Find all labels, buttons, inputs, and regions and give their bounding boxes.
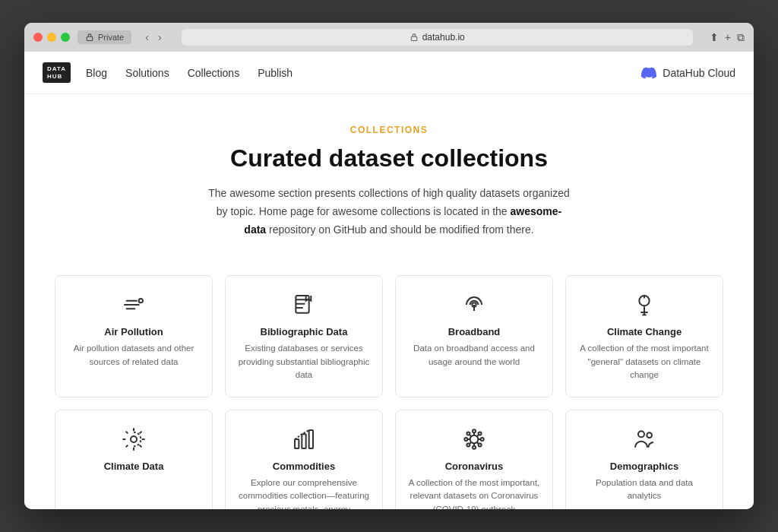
card-broadband[interactable]: Broadband Data on broadband access and u… bbox=[395, 275, 553, 397]
air-pollution-icon bbox=[122, 291, 146, 318]
card-climate-data-title: Climate Data bbox=[104, 461, 164, 472]
svg-point-12 bbox=[464, 438, 467, 441]
back-button[interactable]: ‹ bbox=[142, 30, 152, 45]
commodities-icon bbox=[292, 426, 316, 453]
lock-icon bbox=[410, 33, 419, 42]
svg-rect-7 bbox=[302, 434, 305, 448]
nav-collections[interactable]: Collections bbox=[188, 67, 239, 79]
browser-chrome: Private ‹ › datahub.io ⬆ + ⧉ bbox=[24, 23, 754, 52]
address-bar[interactable]: datahub.io bbox=[182, 29, 693, 46]
card-commodities-desc: Explore our comprehensive commodities co… bbox=[238, 477, 370, 509]
cards-section: Air Pollution Air pollution datasets and… bbox=[24, 263, 754, 509]
card-bibliographic[interactable]: Bibliographic Data Existing databases or… bbox=[225, 275, 383, 397]
nav-publish[interactable]: Publish bbox=[258, 67, 293, 79]
card-broadband-title: Broadband bbox=[448, 326, 501, 337]
bibliographic-icon bbox=[292, 291, 316, 318]
demographics-icon bbox=[632, 426, 656, 453]
card-demographics-desc: Population data and data analytics bbox=[578, 477, 710, 503]
svg-point-15 bbox=[479, 444, 482, 447]
card-climate-change[interactable]: Climate Change A collection of the most … bbox=[565, 275, 723, 397]
svg-rect-1 bbox=[411, 36, 417, 40]
card-air-pollution-desc: Air pollution datasets and other sources… bbox=[68, 342, 200, 369]
svg-line-25 bbox=[470, 442, 471, 444]
traffic-lights bbox=[33, 33, 70, 42]
card-climate-change-title: Climate Change bbox=[607, 326, 682, 337]
site-header: DATA HUB Blog Solutions Collections Publ… bbox=[24, 52, 754, 94]
hero-desc-text2: repository on GitHub and should be modif… bbox=[266, 223, 534, 236]
tab-label[interactable]: Private bbox=[77, 30, 131, 44]
browser-window: Private ‹ › datahub.io ⬆ + ⧉ bbox=[24, 23, 754, 509]
svg-point-13 bbox=[481, 438, 484, 441]
hero-section: COLLECTIONS Curated dataset collections … bbox=[24, 94, 754, 263]
svg-point-16 bbox=[479, 432, 482, 435]
svg-line-23 bbox=[477, 442, 479, 444]
card-climate-change-desc: A collection of the most important "gene… bbox=[578, 342, 710, 382]
svg-point-27 bbox=[647, 432, 652, 438]
card-broadband-desc: Data on broadband access and usage aroun… bbox=[408, 342, 540, 369]
svg-point-11 bbox=[473, 446, 476, 449]
cards-row-2: Climate Data Commodities Explore our com… bbox=[55, 410, 723, 509]
card-climate-data[interactable]: Climate Data bbox=[55, 410, 213, 509]
site-header-right: DataHub Cloud bbox=[641, 65, 735, 81]
svg-rect-6 bbox=[295, 439, 299, 448]
new-tab-icon[interactable]: + bbox=[725, 31, 731, 44]
site-nav: Blog Solutions Collections Publish bbox=[86, 67, 641, 79]
card-demographics[interactable]: Demographics Population data and data an… bbox=[565, 410, 723, 509]
close-button[interactable] bbox=[33, 33, 43, 42]
share-icon[interactable]: ⬆ bbox=[710, 31, 719, 44]
site-logo[interactable]: DATA HUB bbox=[43, 62, 71, 83]
cards-row-1: Air Pollution Air pollution datasets and… bbox=[55, 275, 723, 397]
minimize-button[interactable] bbox=[47, 33, 56, 42]
climate-data-icon bbox=[122, 426, 146, 453]
card-commodities[interactable]: Commodities Explore our comprehensive co… bbox=[225, 410, 383, 509]
card-commodities-title: Commodities bbox=[273, 461, 335, 472]
card-coronavirus-title: Coronavirus bbox=[445, 461, 504, 472]
svg-point-10 bbox=[473, 429, 476, 432]
broadband-icon bbox=[462, 291, 486, 318]
card-bibliographic-title: Bibliographic Data bbox=[261, 326, 348, 337]
svg-line-22 bbox=[470, 435, 471, 436]
card-coronavirus-desc: A collection of the most important, rele… bbox=[408, 477, 540, 509]
windows-icon[interactable]: ⧉ bbox=[737, 31, 745, 44]
maximize-button[interactable] bbox=[61, 33, 70, 42]
hero-description: The awesome section presents collections… bbox=[207, 185, 571, 239]
page-content: DATA HUB Blog Solutions Collections Publ… bbox=[24, 52, 754, 509]
svg-point-5 bbox=[131, 436, 137, 442]
svg-point-26 bbox=[638, 431, 644, 437]
browser-actions: ⬆ + ⧉ bbox=[710, 31, 745, 44]
svg-line-24 bbox=[477, 435, 479, 436]
svg-point-17 bbox=[466, 444, 470, 447]
discord-icon bbox=[641, 65, 656, 81]
lock-icon bbox=[85, 33, 94, 42]
svg-point-14 bbox=[466, 432, 470, 435]
nav-buttons: ‹ › bbox=[142, 30, 164, 45]
card-air-pollution-title: Air Pollution bbox=[104, 326, 163, 337]
hero-title: Curated dataset collections bbox=[85, 144, 693, 173]
nav-blog[interactable]: Blog bbox=[86, 67, 107, 79]
coronavirus-icon bbox=[462, 426, 486, 453]
card-coronavirus[interactable]: Coronavirus A collection of the most imp… bbox=[395, 410, 553, 509]
forward-button[interactable]: › bbox=[155, 30, 165, 45]
datahub-cloud-label[interactable]: DataHub Cloud bbox=[663, 67, 735, 79]
collections-eyebrow: COLLECTIONS bbox=[85, 125, 693, 135]
nav-solutions[interactable]: Solutions bbox=[125, 67, 169, 79]
card-air-pollution[interactable]: Air Pollution Air pollution datasets and… bbox=[55, 275, 213, 397]
svg-rect-0 bbox=[87, 36, 93, 40]
card-bibliographic-desc: Existing databases or services providing… bbox=[238, 342, 370, 382]
card-demographics-title: Demographics bbox=[610, 461, 678, 472]
climate-change-icon bbox=[632, 291, 656, 318]
svg-rect-8 bbox=[309, 430, 313, 448]
